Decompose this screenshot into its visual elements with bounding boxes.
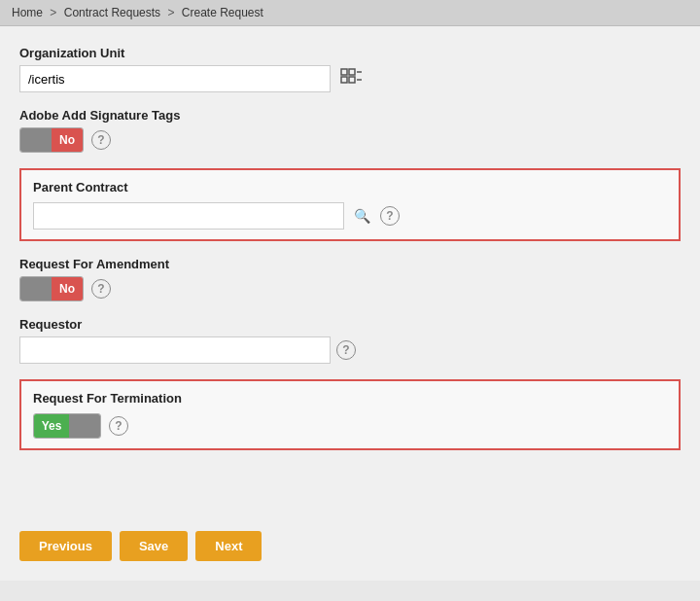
org-unit-section: Organization Unit (19, 46, 681, 92)
amendment-toggle-gray-side (20, 277, 52, 300)
org-unit-input[interactable] (19, 65, 331, 92)
adobe-toggle-gray-side (20, 128, 52, 152)
parent-contract-section: Parent Contract 🔍 ? (19, 168, 681, 241)
org-unit-label: Organization Unit (19, 46, 681, 60)
svg-rect-1 (349, 69, 355, 75)
parent-contract-search-button[interactable]: 🔍 (350, 206, 374, 226)
org-unit-grid-button[interactable] (336, 66, 366, 91)
adobe-signature-label: Adobe Add Signature Tags (19, 108, 681, 123)
termination-toggle-gray-side (69, 414, 100, 438)
request-termination-section: Request For Termination Yes ? (19, 379, 681, 450)
org-unit-input-row (19, 65, 681, 92)
request-amendment-label: Request For Amendment (19, 257, 681, 271)
parent-contract-help-icon[interactable]: ? (380, 206, 400, 226)
request-termination-help-icon[interactable]: ? (109, 416, 128, 436)
request-termination-label: Request For Termination (33, 391, 667, 406)
parent-contract-label: Parent Contract (33, 180, 667, 194)
grid-icon (340, 68, 362, 89)
next-button[interactable]: Next (195, 531, 262, 561)
breadcrumb-sep1: > (50, 6, 56, 19)
adobe-signature-help-icon[interactable]: ? (91, 130, 111, 150)
termination-toggle-yes-label: Yes (34, 414, 69, 438)
svg-rect-2 (341, 77, 347, 83)
adobe-toggle-no-label: No (52, 128, 83, 152)
requestor-input-row: ? (19, 336, 681, 364)
search-icon: 🔍 (354, 208, 370, 224)
requestor-section: Requestor ? (19, 317, 681, 364)
breadcrumb-home[interactable]: Home (12, 6, 43, 19)
requestor-help-icon[interactable]: ? (336, 340, 356, 360)
request-amendment-toggle[interactable]: No (19, 276, 84, 301)
parent-contract-input[interactable] (33, 202, 344, 230)
breadcrumb: Home > Contract Requests > Create Reques… (0, 0, 700, 26)
requestor-input[interactable] (19, 336, 331, 364)
svg-rect-0 (341, 69, 347, 75)
svg-rect-3 (349, 77, 355, 83)
request-amendment-toggle-container: No ? (19, 276, 681, 301)
request-amendment-section: Request For Amendment No ? (19, 257, 681, 301)
parent-contract-input-row: 🔍 ? (33, 202, 667, 230)
amendment-toggle-no-label: No (52, 277, 83, 300)
bottom-navigation: Previous Save Next (19, 531, 262, 561)
request-termination-toggle-container: Yes ? (33, 413, 667, 439)
previous-button[interactable]: Previous (19, 531, 112, 561)
adobe-signature-section: Adobe Add Signature Tags No ? (19, 108, 681, 153)
breadcrumb-sep2: > (167, 6, 174, 19)
adobe-signature-toggle[interactable]: No (19, 127, 84, 153)
request-termination-toggle[interactable]: Yes (33, 413, 101, 439)
save-button[interactable]: Save (120, 531, 188, 561)
requestor-label: Requestor (19, 317, 681, 332)
breadcrumb-contract-requests[interactable]: Contract Requests (64, 6, 160, 19)
main-form-container: Organization Unit Adobe Add Signature (0, 26, 700, 581)
adobe-signature-toggle-container: No ? (19, 127, 681, 153)
request-amendment-help-icon[interactable]: ? (91, 279, 111, 299)
breadcrumb-create-request: Create Request (182, 6, 263, 19)
